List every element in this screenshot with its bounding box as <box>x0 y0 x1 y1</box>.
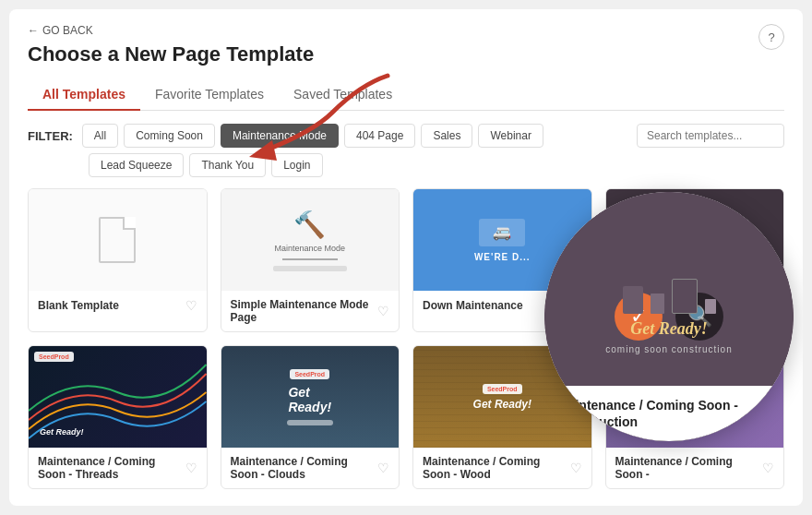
template-thumb-blank <box>29 189 207 291</box>
template-name-simple: Simple Maintenance Mode Page <box>231 298 378 324</box>
template-name-wood: Maintenance / Coming Soon - Wood <box>423 455 570 481</box>
tab-saved-templates[interactable]: Saved Templates <box>279 79 407 111</box>
tab-all-templates[interactable]: All Templates <box>28 79 140 111</box>
filter-maintenance-mode[interactable]: Maintenance Mode <box>221 124 339 148</box>
seedprod-badge-clouds: SeedProd <box>290 369 329 379</box>
template-name-purple: Maintenance / Coming Soon - <box>615 455 763 481</box>
seedprod-badge-wood: SeedProd <box>483 384 522 394</box>
filter-webinar[interactable]: Webinar <box>478 124 543 148</box>
heart-icon-threads[interactable]: ♡ <box>185 461 197 475</box>
template-name-threads: Maintenance / Coming Soon - Threads <box>38 455 185 481</box>
main-container: ? ← GO BACK Choose a New Page Template A… <box>9 9 803 506</box>
template-name-blank: Blank Template <box>38 299 119 312</box>
template-footer-blank: Blank Template ♡ <box>29 291 207 320</box>
template-card-threads[interactable]: Get Ready! SeedProd Maintenance / Coming… <box>28 345 208 489</box>
tooltip-popup: Get Ready! coming soon construction ✓ 🔍 … <box>544 192 794 441</box>
tooltip-label: Maintenance / Coming Soon - Construction <box>544 386 794 441</box>
template-footer-clouds: Maintenance / Coming Soon - Clouds ♡ <box>221 448 400 488</box>
question-icon: ? <box>768 30 774 44</box>
wrench-icon: 🔨 <box>293 210 326 240</box>
tooltip-inner: Get Ready! coming soon construction ✓ 🔍 … <box>544 192 794 441</box>
template-footer-wood: Maintenance / Coming Soon - Wood ♡ <box>413 448 591 488</box>
go-back-link[interactable]: ← GO BACK <box>28 24 784 37</box>
search-input[interactable] <box>637 124 784 148</box>
filter-404[interactable]: 404 Page <box>344 124 415 148</box>
tab-favorite-templates[interactable]: Favorite Templates <box>140 79 279 111</box>
seedprod-badge-threads: SeedProd <box>34 352 74 362</box>
template-card-simple-maintenance[interactable]: 🔨 Maintenance Mode Simple Maintenance Mo… <box>221 188 400 332</box>
filter-thank-you[interactable]: Thank You <box>189 153 266 177</box>
filter-row-2: Lead Squeeze Thank You Login <box>28 153 784 177</box>
template-footer-threads: Maintenance / Coming Soon - Threads ♡ <box>29 448 207 488</box>
template-thumb-clouds: SeedProd GetReady! <box>221 346 400 448</box>
template-footer-simple: Simple Maintenance Mode Page ♡ <box>221 291 400 331</box>
go-back-label: GO BACK <box>42 24 93 37</box>
template-thumb-threads: Get Ready! SeedProd <box>29 346 207 448</box>
tooltip-thumb: Get Ready! coming soon construction ✓ 🔍 … <box>544 192 794 441</box>
page-title: Choose a New Page Template <box>28 42 784 66</box>
template-card-clouds[interactable]: SeedProd GetReady! Maintenance / Coming … <box>221 345 400 489</box>
template-name-clouds: Maintenance / Coming Soon - Clouds <box>231 455 378 481</box>
filter-login[interactable]: Login <box>271 153 322 177</box>
filter-sales[interactable]: Sales <box>421 124 472 148</box>
template-footer-purple: Maintenance / Coming Soon - ♡ <box>606 448 784 488</box>
template-name-down: Down Maintenance <box>423 299 523 312</box>
heart-icon-clouds[interactable]: ♡ <box>377 461 389 475</box>
blank-page-icon <box>99 217 136 263</box>
back-arrow-icon: ← <box>28 24 39 37</box>
maintenance-mode-text: Maintenance Mode <box>274 244 345 253</box>
heart-icon-blank[interactable]: ♡ <box>185 298 197 313</box>
maintenance-content: 🔨 Maintenance Mode <box>273 210 347 271</box>
filter-coming-soon[interactable]: Coming Soon <box>124 124 215 148</box>
filter-all[interactable]: All <box>82 124 118 148</box>
filter-label: FILTER: <box>28 129 73 143</box>
tabs-container: All Templates Favorite Templates Saved T… <box>28 79 784 111</box>
heart-icon-purple[interactable]: ♡ <box>762 461 774 475</box>
template-thumb-maintenance: 🔨 Maintenance Mode <box>221 189 400 291</box>
template-card-blank[interactable]: Blank Template ♡ <box>28 188 208 332</box>
down-text: WE'RE D... <box>474 252 531 262</box>
filter-row: FILTER: All Coming Soon Maintenance Mode… <box>28 124 784 148</box>
heart-icon-simple[interactable]: ♡ <box>377 304 389 318</box>
filter-lead-squeeze[interactable]: Lead Squeeze <box>89 153 184 177</box>
help-button[interactable]: ? <box>758 24 784 50</box>
heart-icon-wood[interactable]: ♡ <box>570 461 582 475</box>
maintenance-subtext <box>273 266 347 271</box>
